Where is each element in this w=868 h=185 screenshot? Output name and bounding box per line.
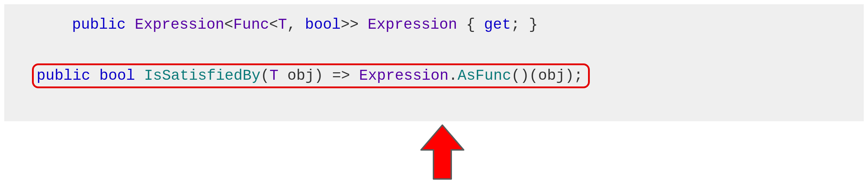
brace-close: ; } [511, 16, 538, 33]
param-and-arrow: obj) => [279, 67, 359, 84]
arrow-up-icon [416, 122, 469, 183]
type-t: T [278, 16, 287, 33]
angle-close: >> [341, 16, 368, 33]
expression-ref: Expression [359, 67, 448, 84]
keyword-bool: bool [99, 67, 135, 84]
brace-open: { [457, 16, 484, 33]
keyword-get: get [484, 16, 511, 33]
code-block: public Expression<Func<T, bool>> Express… [4, 4, 864, 121]
method-issatisfiedby: IsSatisfiedBy [144, 67, 261, 84]
blank-line [36, 35, 832, 49]
call-end: ()(obj); [511, 67, 583, 84]
angle-open: < [269, 16, 278, 33]
property-expression: Expression [368, 16, 457, 33]
angle-open: < [224, 16, 233, 33]
space [135, 67, 144, 84]
dot: . [448, 67, 457, 84]
type-func: Func [233, 16, 269, 33]
type-expression: Expression [135, 16, 224, 33]
comma: , [287, 16, 305, 33]
type-t: T [269, 67, 278, 84]
arrow-annotation [416, 122, 469, 185]
code-line-1: public Expression<Func<T, bool>> Express… [36, 15, 832, 35]
keyword-bool: bool [305, 16, 341, 33]
keyword-public: public [72, 16, 126, 33]
paren-open: ( [260, 67, 269, 84]
keyword-public: public [37, 67, 90, 84]
highlight-box: public bool IsSatisfiedBy(T obj) => Expr… [32, 63, 590, 89]
highlighted-line-container: public bool IsSatisfiedBy(T obj) => Expr… [36, 49, 832, 89]
method-asfunc: AsFunc [458, 67, 511, 84]
code-line-2: public bool IsSatisfiedBy(T obj) => Expr… [37, 67, 583, 84]
space [90, 67, 99, 84]
space [126, 16, 135, 33]
